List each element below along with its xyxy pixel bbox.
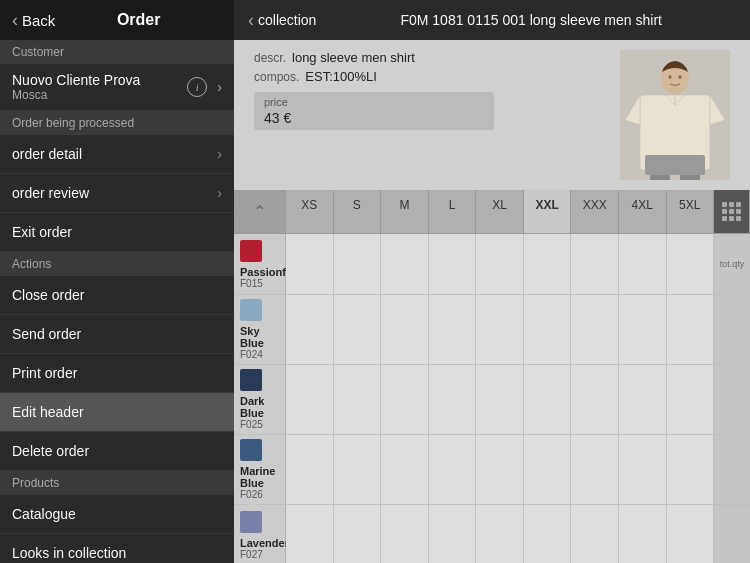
color-name: Sky Blue [240, 325, 279, 349]
qty-cell-xxl[interactable] [524, 295, 572, 364]
qty-cell-l[interactable] [429, 435, 477, 504]
back-label: Back [22, 12, 55, 29]
qty-cell-xxx[interactable] [571, 234, 619, 294]
qty-cell-xxl[interactable] [524, 234, 572, 294]
sidebar-item-delete-order[interactable]: Delete order [0, 432, 234, 471]
qty-cell-xl[interactable] [476, 234, 524, 294]
tot-qty-cell [714, 295, 750, 364]
svg-point-8 [679, 75, 682, 79]
back-chevron-icon: ‹ [12, 10, 18, 31]
grid-view-icon [718, 198, 745, 225]
qty-cell-xxx[interactable] [571, 295, 619, 364]
qty-cell-m[interactable] [381, 435, 429, 504]
qty-cell-5xl[interactable] [667, 234, 715, 294]
size-xs: XS [286, 190, 334, 233]
svg-rect-11 [645, 155, 705, 175]
color-code: F025 [240, 419, 263, 430]
qty-cell-l[interactable] [429, 505, 477, 563]
color-name: Lavender [240, 537, 289, 549]
qty-cell-xl[interactable] [476, 435, 524, 504]
price-label: price [264, 96, 484, 108]
price-value: 43 € [264, 110, 484, 126]
size-xxx: XXX [571, 190, 619, 233]
qty-cell-s[interactable] [334, 365, 382, 434]
qty-cell-m[interactable] [381, 234, 429, 294]
send-order-label: Send order [12, 326, 81, 342]
qty-cell-4xl[interactable] [619, 295, 667, 364]
qty-cell-l[interactable] [429, 295, 477, 364]
sidebar-item-catalogue[interactable]: Catalogue [0, 495, 234, 534]
qty-cell-xl[interactable] [476, 295, 524, 364]
qty-cell-xxl[interactable] [524, 435, 572, 504]
qty-cell-xs[interactable] [286, 295, 334, 364]
collection-back-button[interactable]: ‹ collection [248, 10, 316, 31]
customer-row: Nuovo Cliente Prova Mosca i › [0, 64, 234, 111]
qty-cell-s[interactable] [334, 435, 382, 504]
order-detail-label: order detail [12, 146, 82, 162]
qty-cell-xs[interactable] [286, 435, 334, 504]
qty-cell-5xl[interactable] [667, 295, 715, 364]
color-rows: PassionfruitF015tot.qtySky BlueF024Dark … [234, 234, 750, 563]
customer-chevron-icon: › [217, 79, 222, 95]
color-swatch-cell: Sky BlueF024 [234, 295, 286, 364]
qty-cell-xs[interactable] [286, 505, 334, 563]
qty-cell-xxl[interactable] [524, 505, 572, 563]
color-code: F026 [240, 489, 263, 500]
back-button[interactable]: ‹ Back [12, 10, 55, 31]
edit-header-label: Edit header [12, 404, 84, 420]
color-swatch [240, 511, 262, 533]
qty-cell-4xl[interactable] [619, 234, 667, 294]
color-row: Marine BlueF026 [234, 435, 750, 505]
svg-point-7 [669, 75, 672, 79]
qty-cell-m[interactable] [381, 295, 429, 364]
qty-cell-xxx[interactable] [571, 505, 619, 563]
price-box: price 43 € [254, 92, 494, 130]
qty-cell-xl[interactable] [476, 505, 524, 563]
qty-cell-m[interactable] [381, 505, 429, 563]
info-icon[interactable]: i [187, 77, 207, 97]
qty-cell-xxx[interactable] [571, 435, 619, 504]
qty-cell-xl[interactable] [476, 365, 524, 434]
qty-cell-5xl[interactable] [667, 505, 715, 563]
color-row: PassionfruitF015tot.qty [234, 234, 750, 295]
color-name: Marine Blue [240, 465, 279, 489]
qty-cell-4xl[interactable] [619, 505, 667, 563]
qty-cell-m[interactable] [381, 365, 429, 434]
topbar-title: F0M 1081 0115 001 long sleeve men shirt [326, 12, 736, 28]
color-swatch-cell: LavenderF027 [234, 505, 286, 563]
sidebar-item-order-detail[interactable]: order detail › [0, 135, 234, 174]
color-swatch-cell: Marine BlueF026 [234, 435, 286, 504]
qty-cell-xs[interactable] [286, 234, 334, 294]
qty-cell-xs[interactable] [286, 365, 334, 434]
topbar-back-label: collection [258, 12, 316, 28]
collapse-icon-cell[interactable]: ⌃ [234, 190, 286, 233]
sidebar-item-close-order[interactable]: Close order [0, 276, 234, 315]
product-details: descr. long sleeve men shirt compos. EST… [254, 50, 610, 130]
sidebar-item-edit-header[interactable]: Edit header [0, 393, 234, 432]
qty-cell-xxl[interactable] [524, 365, 572, 434]
sidebar-title: Order [55, 11, 222, 29]
qty-cell-5xl[interactable] [667, 365, 715, 434]
qty-cell-s[interactable] [334, 505, 382, 563]
qty-cell-5xl[interactable] [667, 435, 715, 504]
collapse-arrow-icon: ⌃ [253, 202, 266, 221]
color-code: F027 [240, 549, 263, 560]
qty-cell-s[interactable] [334, 295, 382, 364]
compos-value: EST:100%LI [305, 69, 377, 84]
qty-cell-4xl[interactable] [619, 365, 667, 434]
sidebar-header: ‹ Back Order [0, 0, 234, 40]
qty-cell-s[interactable] [334, 234, 382, 294]
sidebar-item-exit-order[interactable]: Exit order [0, 213, 234, 252]
grid-icon-cell[interactable] [714, 190, 750, 233]
sidebar-item-send-order[interactable]: Send order [0, 315, 234, 354]
qty-cell-l[interactable] [429, 234, 477, 294]
sidebar-item-print-order[interactable]: Print order [0, 354, 234, 393]
customer-info: Nuovo Cliente Prova Mosca [12, 72, 187, 102]
sidebar-item-looks-in-collection[interactable]: Looks in collection [0, 534, 234, 563]
qty-cell-4xl[interactable] [619, 435, 667, 504]
sidebar-item-order-review[interactable]: order review › [0, 174, 234, 213]
order-review-chevron-icon: › [217, 185, 222, 201]
size-xxl: XXL [524, 190, 572, 233]
qty-cell-xxx[interactable] [571, 365, 619, 434]
qty-cell-l[interactable] [429, 365, 477, 434]
